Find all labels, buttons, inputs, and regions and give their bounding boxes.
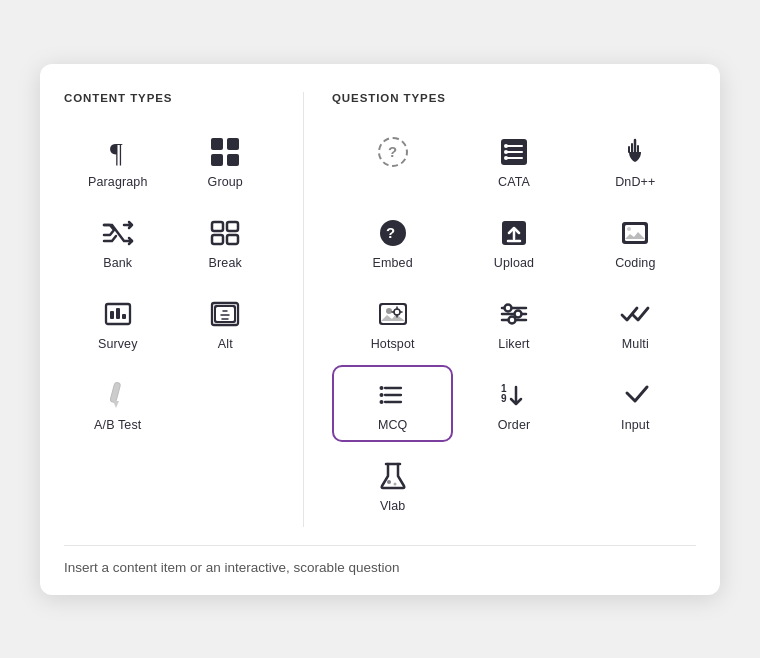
svg-rect-5: [212, 222, 223, 231]
question-type-likert[interactable]: Likert: [453, 284, 574, 361]
svg-rect-10: [110, 311, 114, 319]
upload-label: Upload: [494, 256, 534, 270]
svg-rect-12: [122, 314, 126, 319]
unknown-icon: ?: [378, 134, 408, 170]
svg-point-44: [504, 304, 511, 311]
input-icon: [619, 377, 651, 413]
embed-label: Embed: [373, 256, 413, 270]
svg-point-23: [504, 156, 508, 160]
svg-rect-2: [227, 138, 239, 150]
survey-label: Survey: [98, 337, 138, 351]
question-type-vlab[interactable]: Vlab: [332, 446, 453, 523]
paragraph-icon: ¶: [102, 134, 134, 170]
abtest-label: A/B Test: [94, 418, 141, 432]
alt-label: Alt: [218, 337, 233, 351]
hotspot-icon: [377, 296, 409, 332]
svg-text:¶: ¶: [110, 137, 123, 168]
question-type-unknown[interactable]: ?: [332, 122, 453, 199]
svg-point-57: [393, 482, 396, 485]
svg-point-51: [379, 393, 383, 397]
group-label: Group: [208, 175, 243, 189]
dndpp-icon: [619, 134, 651, 170]
question-type-dndpp[interactable]: DnD++: [575, 122, 696, 199]
content-question-panel: CONTENT TYPES ¶ Paragraph: [40, 64, 720, 595]
svg-rect-8: [227, 235, 238, 244]
content-types-grid: ¶ Paragraph Group: [64, 122, 279, 442]
question-type-mcq[interactable]: MCQ: [332, 365, 453, 442]
cata-label: CATA: [498, 175, 530, 189]
content-type-abtest[interactable]: A/B Test: [64, 365, 172, 442]
content-type-alt[interactable]: Alt: [172, 284, 280, 361]
question-type-hotspot[interactable]: Hotspot: [332, 284, 453, 361]
likert-label: Likert: [498, 337, 529, 351]
hotspot-label: Hotspot: [371, 337, 415, 351]
question-type-input[interactable]: Input: [575, 365, 696, 442]
vlab-icon: [377, 458, 409, 494]
svg-rect-1: [211, 138, 223, 150]
content-types-column: CONTENT TYPES ¶ Paragraph: [64, 92, 304, 527]
content-type-bank[interactable]: Bank: [64, 203, 172, 280]
svg-rect-3: [211, 154, 223, 166]
svg-rect-11: [116, 308, 120, 319]
content-type-break[interactable]: Break: [172, 203, 280, 280]
svg-point-52: [379, 400, 383, 404]
bank-label: Bank: [103, 256, 132, 270]
question-types-column: QUESTION TYPES ?: [304, 92, 696, 527]
svg-text:9: 9: [501, 393, 507, 404]
dndpp-label: DnD++: [615, 175, 655, 189]
survey-icon: [102, 296, 134, 332]
question-type-multi[interactable]: Multi: [575, 284, 696, 361]
svg-rect-6: [227, 222, 238, 231]
svg-point-45: [514, 310, 521, 317]
mcq-icon: [377, 377, 409, 413]
svg-point-50: [379, 386, 383, 390]
question-type-embed[interactable]: ? Embed: [332, 203, 453, 280]
likert-icon: [498, 296, 530, 332]
order-label: Order: [498, 418, 531, 432]
content-type-group[interactable]: Group: [172, 122, 280, 199]
multi-icon: [619, 296, 651, 332]
mcq-label: MCQ: [378, 418, 408, 432]
svg-rect-4: [227, 154, 239, 166]
cata-icon: [498, 134, 530, 170]
coding-icon: [619, 215, 651, 251]
vlab-label: Vlab: [380, 499, 406, 513]
paragraph-label: Paragraph: [88, 175, 148, 189]
question-type-cata[interactable]: CATA: [453, 122, 574, 199]
svg-point-46: [508, 316, 515, 323]
svg-point-35: [386, 308, 392, 314]
svg-point-22: [504, 150, 508, 154]
svg-text:?: ?: [386, 224, 395, 241]
coding-label: Coding: [615, 256, 655, 270]
multi-label: Multi: [622, 337, 649, 351]
break-label: Break: [209, 256, 242, 270]
question-type-coding[interactable]: Coding: [575, 203, 696, 280]
svg-point-56: [387, 480, 391, 484]
content-type-paragraph[interactable]: ¶ Paragraph: [64, 122, 172, 199]
bank-icon: [102, 215, 134, 251]
question-type-order[interactable]: 1 9 Order: [453, 365, 574, 442]
question-types-title: QUESTION TYPES: [332, 92, 696, 104]
upload-icon: [498, 215, 530, 251]
svg-point-21: [504, 144, 508, 148]
footer-label: Insert a content item or an interactive,…: [64, 560, 399, 575]
abtest-icon: [102, 377, 134, 413]
alt-icon: [209, 296, 241, 332]
group-icon: [209, 134, 241, 170]
content-types-title: CONTENT TYPES: [64, 92, 279, 104]
footer-text: Insert a content item or an interactive,…: [64, 545, 696, 575]
svg-point-31: [627, 227, 631, 231]
svg-rect-7: [212, 235, 223, 244]
input-label: Input: [621, 418, 649, 432]
embed-icon: ?: [377, 215, 409, 251]
break-icon: [209, 215, 241, 251]
svg-rect-16: [110, 382, 121, 403]
content-type-survey[interactable]: Survey: [64, 284, 172, 361]
question-types-grid: ?: [332, 122, 696, 523]
question-type-upload[interactable]: Upload: [453, 203, 574, 280]
order-icon: 1 9: [498, 377, 530, 413]
